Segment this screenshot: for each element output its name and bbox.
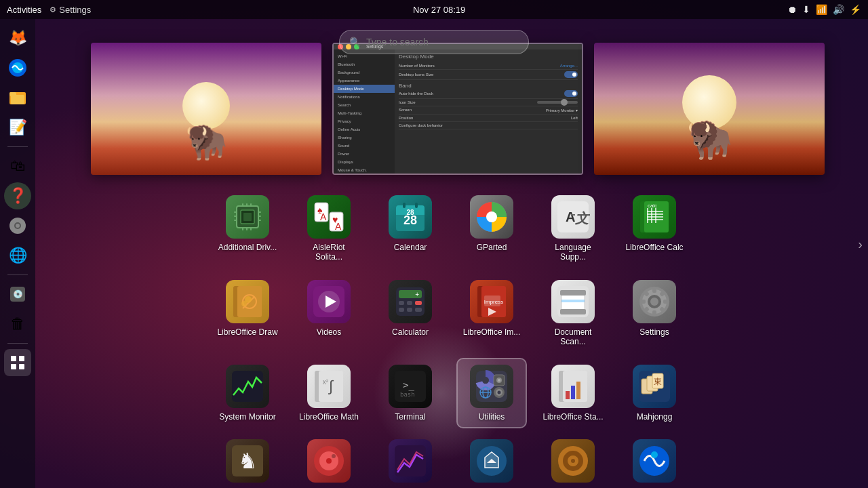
- settings-row-3: Auto-hide the Dock: [399, 89, 578, 99]
- window-preview-right[interactable]: 🦬: [594, 43, 825, 175]
- power-icon[interactable]: ⚡: [850, 4, 861, 15]
- sidebar-sound[interactable]: Sound: [334, 142, 395, 150]
- app-label-terminal: Terminal: [395, 412, 425, 422]
- sidebar-keyboard[interactable]: Keyboard: [334, 174, 395, 175]
- wifi-icon[interactable]: 📶: [816, 4, 827, 15]
- sidebar-bluetooth[interactable]: Bluetooth: [334, 60, 395, 68]
- sidebar-displays[interactable]: Displays: [334, 158, 395, 166]
- app-item-libreoffice-impress[interactable]: Impress LibreOffice Im...: [458, 274, 526, 352]
- app-icon-sound-juicer: [551, 439, 595, 483]
- window-preview-left[interactable]: 🦬: [91, 43, 321, 175]
- svg-rect-20: [258, 211, 261, 213]
- app-item-libreoffice-math[interactable]: ∫ x² LibreOffice Math: [295, 359, 363, 427]
- app-item-language-support[interactable]: A 文 Language Supp...: [539, 190, 607, 268]
- search-bar[interactable]: 🔍: [339, 30, 529, 54]
- sidebar-search[interactable]: Search: [334, 101, 395, 109]
- sidebar-power[interactable]: Power: [334, 150, 395, 158]
- sidebar-mouse[interactable]: Mouse & Touch.: [334, 166, 395, 174]
- volume-icon[interactable]: 🔊: [833, 4, 844, 15]
- app-item-additional-drivers[interactable]: Additional Driv...: [214, 190, 281, 268]
- svg-text:bash: bash: [400, 391, 415, 398]
- toggle-1[interactable]: [564, 71, 578, 78]
- app-label-calculator: Calculator: [392, 327, 429, 337]
- sidebar-desktop[interactable]: Desktop Mode: [334, 85, 395, 93]
- app-item-terminal[interactable]: >_ bash Terminal: [376, 359, 444, 427]
- slider-1[interactable]: [537, 101, 578, 104]
- app-icon-libreoffice-math: ∫ x²: [307, 365, 351, 408]
- app-item-chess[interactable]: ♞: [214, 434, 281, 488]
- app-item-sound-juicer[interactable]: [539, 434, 607, 488]
- app-item-system-monitor[interactable]: System Monitor: [214, 359, 281, 427]
- settings-row-6: Position Left: [399, 115, 578, 122]
- row-label-5: Screen: [399, 108, 412, 112]
- app-item-calendar[interactable]: 28 28 Calendar: [376, 190, 444, 268]
- svg-rect-132: [395, 445, 426, 476]
- app-item-calculator[interactable]: + Calculator: [376, 274, 444, 352]
- dock-item-install[interactable]: 💿: [4, 281, 31, 308]
- sidebar-background[interactable]: Background: [334, 68, 395, 77]
- app-item-mahjongg[interactable]: 東 Mahjongg: [620, 359, 688, 427]
- pagination-arrow-right[interactable]: ›: [858, 237, 863, 252]
- svg-rect-27: [246, 228, 248, 230]
- dock-item-firefox[interactable]: 🦊: [4, 24, 31, 52]
- dock-item-help[interactable]: ❓: [4, 182, 31, 209]
- svg-rect-55: [655, 208, 656, 223]
- search-icon: 🔍: [349, 37, 361, 47]
- svg-rect-10: [11, 356, 16, 361]
- app-item-plots[interactable]: [376, 434, 444, 488]
- dock-item-settings[interactable]: [4, 212, 31, 239]
- svg-rect-26: [242, 228, 243, 230]
- app-icon-libreoffice-impress: Impress: [470, 280, 513, 323]
- wallpaper-bg-left: 🦬: [91, 43, 321, 175]
- dock-item-files[interactable]: [4, 84, 31, 111]
- app-row-1: Additional Driv... ♠ ♥ A A AisleRiot Sol…: [47, 190, 854, 268]
- app-item-libreoffice-sta[interactable]: LibreOffice Sta...: [539, 359, 607, 427]
- app-item-videos[interactable]: Videos: [295, 274, 363, 352]
- app-label-additional-drivers: Additional Driv...: [218, 243, 277, 252]
- svg-rect-12: [11, 364, 16, 369]
- app-item-settings[interactable]: Settings: [620, 274, 688, 352]
- dock-item-thunderbird[interactable]: [4, 54, 31, 81]
- svg-text:28: 28: [403, 214, 417, 227]
- svg-text:東: 東: [654, 377, 662, 386]
- app-icon-videos: [307, 280, 351, 323]
- app-label-settings: Settings: [639, 327, 669, 337]
- sidebar-multitasking[interactable]: Multi-Tasking: [334, 109, 395, 117]
- row-label-4: Icon Size: [399, 100, 416, 104]
- app-item-libreoffice-calc[interactable]: calc LibreOffice Calc: [620, 190, 688, 268]
- sidebar-online[interactable]: Online Accts: [334, 125, 395, 134]
- search-input[interactable]: [366, 37, 519, 47]
- app-item-remmina[interactable]: [458, 434, 526, 488]
- app-label-system-monitor: System Monitor: [219, 412, 275, 422]
- app-item-tbird[interactable]: [620, 434, 688, 488]
- svg-rect-41: [415, 203, 418, 208]
- dock-item-trash[interactable]: 🗑: [4, 310, 31, 338]
- svg-rect-54: [651, 208, 652, 223]
- sidebar-sharing[interactable]: Sharing: [334, 134, 395, 142]
- app-item-utilities[interactable]: Utilities: [458, 359, 526, 427]
- dock-item-browser[interactable]: 🌐: [4, 242, 31, 269]
- svg-text:A: A: [320, 211, 327, 222]
- animal-silhouette-left: 🦬: [185, 122, 227, 161]
- app-item-gparted[interactable]: GParted: [458, 190, 526, 268]
- activities-button[interactable]: Activities: [7, 5, 41, 15]
- app-item-document-scanner[interactable]: Document Scan...: [539, 274, 607, 352]
- topbar-settings-label[interactable]: ⚙ Settings: [50, 5, 91, 15]
- sidebar-privacy[interactable]: Privacy: [334, 117, 395, 125]
- sidebar-appearance[interactable]: Appearance: [334, 77, 395, 85]
- topbar-right: ⏺ ⬇ 📶 🔊 ⚡: [787, 4, 861, 15]
- dock-item-software[interactable]: 🛍: [4, 152, 31, 180]
- app-item-libreoffice-draw[interactable]: LibreOffice Draw: [214, 274, 281, 352]
- dock-item-notes[interactable]: 📝: [4, 114, 31, 141]
- app-icon-libreoffice-calc: calc: [633, 195, 676, 239]
- show-apps-button[interactable]: [4, 349, 31, 376]
- download-icon: ⬇: [802, 4, 810, 15]
- app-icon-cheese: [307, 439, 351, 483]
- svg-rect-69: [407, 301, 412, 305]
- app-item-cheese[interactable]: [295, 434, 363, 488]
- app-icon-chess: ♞: [226, 439, 269, 483]
- app-item-aisleriot[interactable]: ♠ ♥ A A AisleRiot Solita...: [295, 190, 363, 268]
- window-preview-center[interactable]: Settings Wi-Fi Bluetooth Background Appe…: [332, 43, 583, 175]
- sidebar-notifications[interactable]: Notifications: [334, 93, 395, 101]
- toggle-2[interactable]: [564, 90, 578, 97]
